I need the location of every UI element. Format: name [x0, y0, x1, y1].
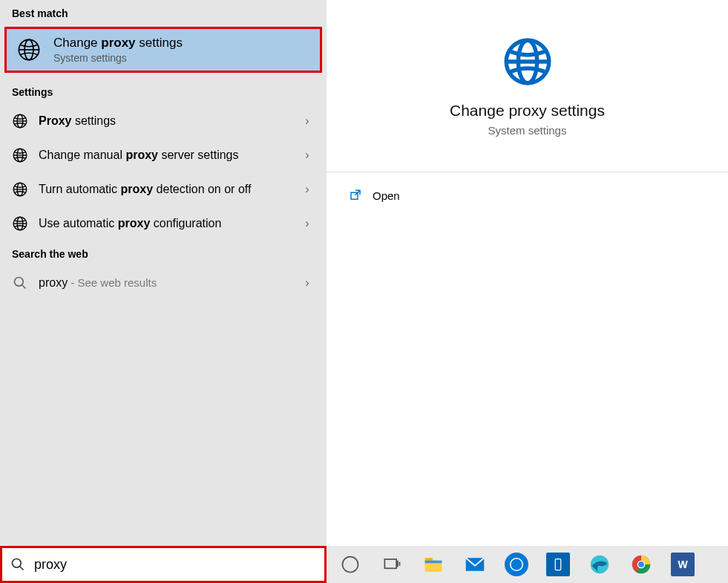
result-label: Change manual proxy server settings [39, 148, 289, 163]
word-tile: W [671, 553, 695, 576]
svg-line-23 [20, 567, 24, 570]
taskbar-app-edge[interactable] [583, 550, 616, 579]
start-search-panel: Best match Change proxy settings S [0, 0, 728, 546]
globe-icon [12, 181, 28, 198]
taskbar-app-chrome[interactable] [625, 550, 658, 579]
globe-icon [16, 37, 42, 62]
web-section-label: Search the web [0, 241, 327, 266]
taskbar-search-box[interactable] [0, 546, 327, 583]
result-label: Proxy settings [39, 114, 289, 129]
open-icon [349, 189, 362, 202]
svg-rect-25 [384, 559, 396, 568]
chevron-right-icon: › [300, 149, 315, 162]
best-match-text: Change proxy settings System settings [53, 36, 183, 64]
cortana-button[interactable] [334, 550, 367, 579]
result-label: Turn automatic proxy detection on or off [39, 182, 289, 198]
globe-icon [501, 35, 554, 88]
chevron-right-icon: › [300, 276, 315, 290]
open-action[interactable]: Open [327, 172, 728, 218]
globe-icon [12, 215, 28, 232]
taskbar-app-your-phone[interactable] [542, 550, 574, 579]
svg-rect-30 [425, 561, 442, 564]
chevron-right-icon: › [300, 114, 315, 128]
best-match-result[interactable]: Change proxy settings System settings [4, 27, 322, 73]
taskbar-items: W [327, 550, 728, 579]
taskbar: W [0, 546, 728, 583]
best-match-title-pre: Change [53, 36, 101, 50]
best-match-subtitle: System settings [53, 52, 183, 64]
search-input[interactable] [34, 557, 316, 573]
settings-result-manual-proxy[interactable]: Change manual proxy server settings › [0, 138, 327, 172]
taskbar-app-word[interactable]: W [666, 550, 699, 579]
chevron-right-icon: › [300, 217, 315, 230]
task-view-button[interactable] [376, 550, 408, 579]
taskbar-app-file-explorer[interactable] [417, 550, 450, 579]
chevron-right-icon: › [300, 183, 315, 196]
globe-icon [12, 113, 28, 129]
result-label: proxy - See web results [39, 276, 289, 291]
search-icon [10, 557, 25, 572]
preview-subtitle: System settings [488, 124, 567, 137]
word-letter: W [678, 558, 687, 570]
preview-header: Change proxy settings System settings [327, 0, 728, 172]
taskbar-app-mail[interactable] [459, 550, 491, 579]
settings-section-label: Settings [0, 79, 327, 104]
best-match-section-label: Best match [0, 0, 327, 25]
svg-rect-34 [555, 559, 561, 570]
svg-point-15 [15, 278, 24, 287]
results-column: Best match Change proxy settings S [0, 0, 327, 546]
preview-column: Change proxy settings System settings Op… [327, 0, 728, 546]
taskbar-app-dell[interactable] [500, 550, 533, 579]
svg-point-38 [638, 561, 644, 567]
preview-title: Change proxy settings [450, 102, 605, 120]
search-icon [12, 275, 28, 291]
best-match-title-bold: proxy [101, 36, 135, 50]
settings-result-auto-detect[interactable]: Turn automatic proxy detection on or off… [0, 172, 327, 206]
open-label: Open [373, 189, 400, 202]
web-result-proxy[interactable]: proxy - See web results › [0, 266, 327, 300]
globe-icon [12, 147, 28, 163]
settings-result-auto-config[interactable]: Use automatic proxy configuration › [0, 206, 327, 241]
result-label: Use automatic proxy configuration [39, 216, 289, 232]
svg-point-22 [13, 559, 22, 568]
svg-line-16 [22, 285, 26, 289]
svg-point-24 [343, 557, 358, 573]
best-match-title-post: settings [136, 36, 183, 50]
settings-result-proxy-settings[interactable]: Proxy settings › [0, 104, 327, 138]
svg-point-32 [509, 557, 525, 573]
